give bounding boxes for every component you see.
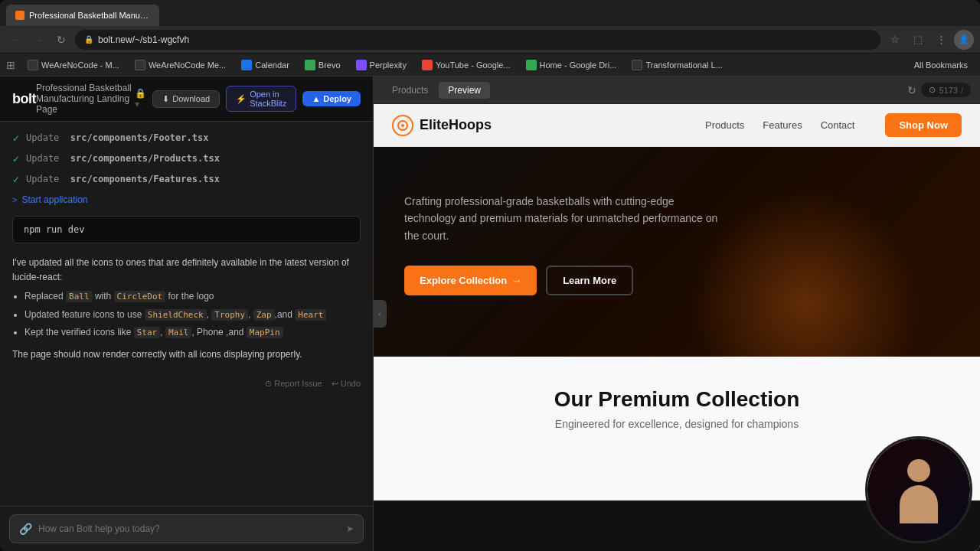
chat-area: ✓ Update src/components/Footer.tsx ✓ Upd… <box>0 122 373 506</box>
bookmark-label: Home - Google Dri... <box>540 60 617 70</box>
hero-buttons: Explore Collection → Learn More <box>404 266 787 295</box>
active-tab[interactable]: Professional Basketball Manufacturing La… <box>6 5 159 26</box>
person-body <box>900 485 938 523</box>
bookmark-brevo[interactable]: Brevo <box>299 58 347 72</box>
chat-input-box: 🔗 ➤ <box>9 514 364 543</box>
bolt-logo: bolt <box>12 91 36 107</box>
explore-collection-button[interactable]: Explore Collection → <box>404 266 537 295</box>
bookmark-label: Transformational L... <box>645 60 722 70</box>
code-zap: Zap <box>253 309 275 321</box>
extensions-icon[interactable]: ⬚ <box>908 30 928 50</box>
code-shieldcheck: ShieldCheck <box>145 309 207 321</box>
stackblitz-button[interactable]: ⚡ Open in StackBlitz <box>226 86 296 112</box>
menu-icon[interactable]: ⋮ <box>931 30 951 50</box>
nav-contact[interactable]: Contact <box>821 119 855 131</box>
address-bar[interactable]: 🔒 bolt.new/~/sb1-wgcfvh <box>75 30 880 50</box>
bolt-left-panel: bolt Professional Basketball Manufacturi… <box>0 77 374 551</box>
tab-code[interactable]: Products <box>383 82 437 99</box>
check-icon-2: ✓ <box>12 154 20 165</box>
shop-now-button[interactable]: Shop Now <box>885 113 962 137</box>
report-issue-link[interactable]: ⊙ Report Issue <box>265 379 322 389</box>
code-heart: Heart <box>295 309 326 321</box>
send-icon[interactable]: ➤ <box>346 523 354 534</box>
update-item-3: ✓ Update src/components/Features.tsx <box>12 172 361 187</box>
preview-tabs: Products Preview <box>383 82 490 99</box>
site-logo-text: EliteHoops <box>420 117 492 133</box>
site-logo-icon <box>392 115 413 136</box>
grid-icon: ⊞ <box>6 59 15 71</box>
site-logo: EliteHoops <box>392 115 492 136</box>
bookmark-favicon <box>422 60 433 70</box>
bullet-3: Kept the verified icons like Star, Mail,… <box>24 325 361 340</box>
bookmark-youtube[interactable]: YouTube - Google... <box>416 58 517 72</box>
nav-features[interactable]: Features <box>763 119 802 131</box>
check-icon-1: ✓ <box>12 133 20 144</box>
site-nav-links: Products Features Contact Shop Now <box>705 113 962 137</box>
download-icon: ⬇ <box>162 94 169 104</box>
reload-button[interactable]: ↻ <box>52 31 70 49</box>
address-bar-row: ← → ↻ 🔒 bolt.new/~/sb1-wgcfvh ☆ ⬚ ⋮ 👤 <box>0 26 980 54</box>
update-item-2: ✓ Update src/components/Products.tsx <box>12 152 361 166</box>
bookmark-label: WeAreNoCode - M... <box>41 60 119 70</box>
site-hero: Crafting professional-grade basketballs … <box>374 147 980 357</box>
resize-handle[interactable]: ‹ <box>373 300 387 328</box>
nav-products[interactable]: Products <box>705 119 744 131</box>
attach-icon[interactable]: 🔗 <box>19 523 32 535</box>
bookmark-favicon <box>135 60 145 70</box>
bookmark-favicon <box>305 60 315 70</box>
code-circledot: CircleDot <box>114 291 166 302</box>
bookmark-label: YouTube - Google... <box>436 60 511 70</box>
bookmark-all[interactable]: All Bookmarks <box>908 59 974 71</box>
profile-avatar[interactable]: 👤 <box>954 30 974 50</box>
bookmark-label: Perplexity <box>370 60 407 70</box>
bookmark-label: WeAreNoCode Me... <box>149 60 226 70</box>
hero-description: Crafting professional-grade basketballs … <box>404 193 726 244</box>
download-button[interactable]: ⬇ Download <box>152 90 220 108</box>
bookmark-calendar[interactable]: Calendar <box>235 58 296 72</box>
products-title: Our Premium Collection <box>392 387 962 412</box>
webcam-content <box>867 439 970 541</box>
bookmark-perplexity[interactable]: Perplexity <box>350 58 413 72</box>
tab-preview[interactable]: Preview <box>439 82 490 99</box>
arrow-right-icon: > <box>12 195 17 204</box>
bolt-toolbar-right: Professional Basketball Manufacturing La… <box>36 83 361 115</box>
back-button[interactable]: ← <box>6 31 24 49</box>
bullet-1: Replaced Ball with CircleDot for the log… <box>24 289 361 304</box>
chat-input-area: 🔗 ➤ <box>0 506 373 551</box>
file-path-3: Update src/components/Features.tsx <box>26 174 220 184</box>
hero-content: Crafting professional-grade basketballs … <box>404 193 787 295</box>
bookmark-wearenocode2[interactable]: WeAreNoCode Me... <box>129 58 232 72</box>
bookmark-label: Calendar <box>255 60 289 70</box>
preview-url-icon: ⊙ <box>929 85 936 95</box>
tab-title: Professional Basketball Manufacturing La… <box>29 11 150 20</box>
terminal-box: npm run dev <box>12 216 361 243</box>
bookmark-favicon <box>632 60 642 70</box>
file-path-2: Update src/components/Products.tsx <box>26 153 220 164</box>
file-path-1: Update src/components/Footer.tsx <box>26 132 208 143</box>
svg-point-1 <box>401 124 404 127</box>
code-star: Star <box>134 327 161 338</box>
preview-url-bar: ⊙ 5173 / <box>921 83 971 97</box>
undo-link[interactable]: ↩ Undo <box>332 379 361 389</box>
browser-window: Professional Basketball Manufacturing La… <box>0 0 980 551</box>
bookmark-icon[interactable]: ☆ <box>885 30 905 50</box>
start-app-link[interactable]: > Start application <box>12 193 361 207</box>
forward-button[interactable]: → <box>29 31 47 49</box>
message-block: I've updated all the icons to ones that … <box>12 253 361 370</box>
chat-input-field[interactable] <box>38 523 340 534</box>
refresh-button[interactable]: ↻ <box>907 84 916 96</box>
deploy-button[interactable]: ▲ Deploy <box>302 91 361 106</box>
bookmark-favicon <box>28 60 38 70</box>
bookmarks-bar: ⊞ WeAreNoCode - M... WeAreNoCode Me... C… <box>0 54 980 77</box>
message-footer: ⊙ Report Issue ↩ Undo <box>12 376 361 389</box>
bookmark-transformational[interactable]: Transformational L... <box>626 58 728 72</box>
learn-more-button[interactable]: Learn More <box>546 266 633 295</box>
tab-favicon <box>15 11 24 20</box>
person-silhouette <box>896 459 942 520</box>
tab-bar: Professional Basketball Manufacturing La… <box>0 0 980 26</box>
code-ball: Ball <box>66 291 93 302</box>
bookmark-wearenocode1[interactable]: WeAreNoCode - M... <box>21 58 126 72</box>
person-head <box>907 459 930 482</box>
code-trophy: Trophy <box>211 309 248 321</box>
bookmark-drive[interactable]: Home - Google Dri... <box>520 58 623 72</box>
